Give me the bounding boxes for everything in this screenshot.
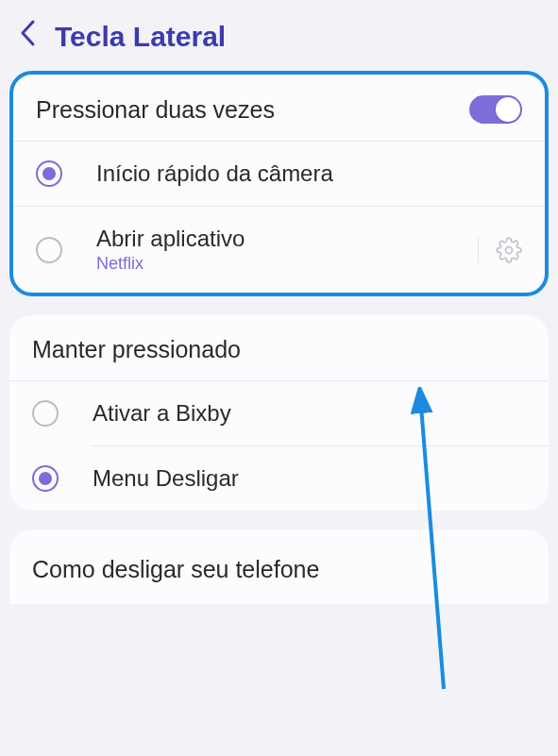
gear-container	[478, 237, 522, 263]
option-open-app[interactable]: Abrir aplicativo Netflix	[13, 206, 545, 293]
double-press-header: Pressionar duas vezes	[13, 75, 545, 141]
page-title: Tecla Lateral	[55, 21, 226, 53]
option-content: Ativar a Bixby	[93, 400, 526, 427]
option-content: Início rápido da câmera	[96, 160, 522, 187]
header: Tecla Lateral	[0, 0, 558, 71]
radio-quick-camera[interactable]	[36, 160, 62, 187]
double-press-toggle[interactable]	[469, 95, 522, 124]
radio-dot	[39, 472, 52, 485]
option-label: Menu Desligar	[93, 465, 526, 492]
option-quick-camera[interactable]: Início rápido da câmera	[13, 141, 545, 206]
footer-card[interactable]: Como desligar seu telefone	[9, 529, 549, 604]
double-press-title: Pressionar duas vezes	[36, 96, 275, 124]
option-label: Abrir aplicativo	[96, 226, 468, 252]
option-sublabel: Netflix	[96, 254, 468, 274]
svg-point-0	[506, 246, 513, 253]
double-press-card: Pressionar duas vezes Início rápido da c…	[9, 71, 549, 296]
radio-open-app[interactable]	[36, 237, 62, 263]
long-press-card: Manter pressionado Ativar a Bixby Menu D…	[9, 315, 549, 511]
long-press-title: Manter pressionado	[32, 336, 241, 363]
option-label: Início rápido da câmera	[96, 160, 522, 187]
option-power-menu[interactable]: Menu Desligar	[93, 445, 549, 511]
option-content: Menu Desligar	[93, 465, 526, 492]
radio-bixby[interactable]	[32, 400, 59, 427]
option-bixby[interactable]: Ativar a Bixby	[9, 380, 549, 445]
long-press-header: Manter pressionado	[9, 315, 549, 380]
option-label: Ativar a Bixby	[93, 400, 526, 427]
radio-power-menu[interactable]	[32, 465, 59, 492]
back-icon[interactable]	[19, 19, 36, 54]
option-content: Abrir aplicativo Netflix	[96, 226, 468, 274]
toggle-knob	[496, 97, 520, 122]
gear-icon[interactable]	[496, 237, 522, 263]
footer-title: Como desligar seu telefone	[32, 556, 319, 582]
radio-dot	[42, 167, 56, 180]
